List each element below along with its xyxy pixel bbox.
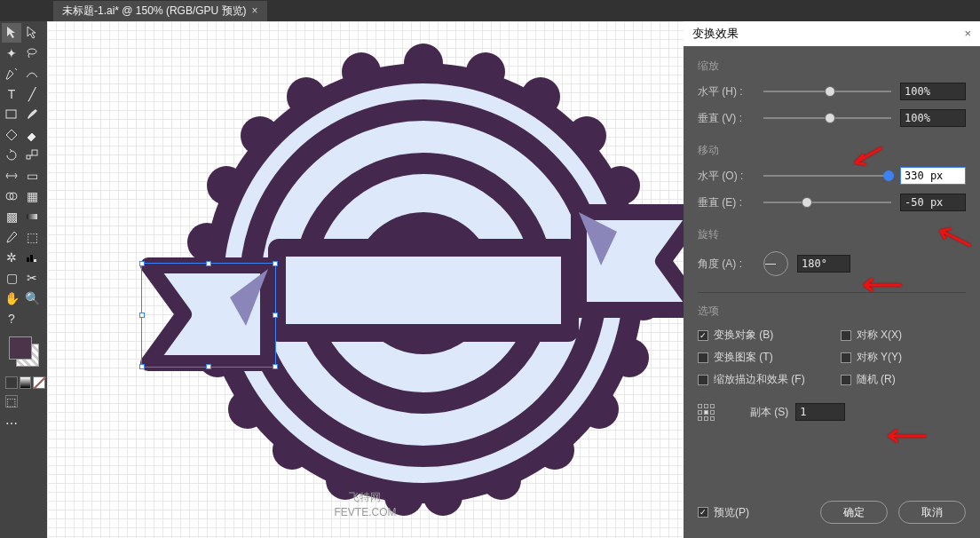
panel-title-bar: 变换效果 × (684, 21, 980, 46)
type-tool[interactable]: T (2, 84, 21, 104)
zoom-tool[interactable]: 🔍 (22, 289, 42, 308)
move-v-slider[interactable] (763, 202, 891, 203)
svg-point-25 (287, 77, 326, 116)
svg-point-27 (207, 166, 246, 205)
cb-transform-pattern[interactable] (698, 352, 708, 363)
preview-label: 预览(P) (714, 505, 749, 520)
move-h-slider[interactable] (763, 175, 891, 177)
cancel-button[interactable]: 取消 (898, 501, 966, 524)
selection-tool[interactable] (2, 23, 21, 43)
cb-transform-object[interactable] (698, 330, 708, 341)
svg-point-14 (521, 77, 560, 116)
move-v-label: 垂直 (E) : (698, 195, 755, 210)
pen-tool[interactable] (2, 64, 21, 83)
svg-point-19 (610, 338, 649, 377)
move-label: 移动 (698, 143, 966, 158)
lasso-tool[interactable] (22, 44, 42, 63)
eyedropper-tool[interactable] (2, 227, 21, 247)
width-tool[interactable] (2, 166, 21, 186)
mesh-tool[interactable]: ▩ (2, 207, 21, 226)
cb-preview[interactable] (698, 507, 708, 518)
gradient-tool[interactable] (22, 207, 42, 226)
line-tool[interactable]: ╱ (22, 84, 42, 104)
svg-point-24 (342, 52, 381, 91)
scale-v-slider[interactable] (763, 117, 891, 119)
none-mode[interactable] (33, 376, 45, 389)
fill-stroke-swatch[interactable] (9, 336, 38, 368)
shaper-tool[interactable] (2, 125, 21, 145)
unknown-tool[interactable]: ? (2, 309, 21, 328)
svg-rect-3 (32, 150, 37, 155)
copies-label: 副本 (S) (750, 405, 788, 420)
cb-mirror-x[interactable] (841, 330, 851, 341)
move-h-input[interactable] (900, 167, 966, 185)
curvature-tool[interactable] (22, 64, 42, 83)
fill-color[interactable] (9, 336, 32, 360)
cb-random[interactable] (841, 375, 851, 385)
svg-rect-8 (30, 255, 33, 262)
gradient-mode[interactable] (20, 376, 32, 389)
eraser-tool[interactable] (22, 125, 42, 145)
perspective-tool[interactable]: ▦ (22, 186, 42, 206)
scale-h-input[interactable] (900, 83, 966, 100)
watermark: 飞特网 FEVTE.COM (334, 490, 396, 520)
svg-rect-1 (6, 110, 16, 118)
close-icon[interactable]: × (964, 21, 971, 46)
rotate-label: 旋转 (698, 227, 966, 242)
free-transform-tool[interactable]: ▭ (22, 166, 42, 186)
scale-h-slider[interactable] (763, 91, 891, 92)
options-label: 选项 (698, 304, 966, 319)
panel-title-text: 变换效果 (692, 21, 739, 46)
shape-builder-tool[interactable] (2, 186, 21, 206)
scale-tool[interactable] (22, 146, 42, 165)
angle-input[interactable] (797, 255, 850, 273)
symbol-sprayer-tool[interactable]: ✲ (2, 248, 21, 267)
selection-bounds (141, 263, 276, 368)
hand-tool[interactable]: ✋ (2, 289, 21, 308)
artboard-tool[interactable]: ▢ (2, 268, 21, 288)
svg-point-26 (241, 116, 280, 155)
scale-label: 缩放 (698, 59, 966, 74)
ok-button[interactable]: 确定 (820, 501, 888, 524)
color-modes (2, 376, 49, 389)
options-section: 选项 变换对象 (B) 变换图案 (T) 缩放描边和效果 (F) 对称 X(X)… (698, 304, 966, 421)
graph-tool[interactable] (22, 248, 42, 267)
screen-modes: ⬚ (2, 395, 45, 407)
svg-rect-39 (277, 248, 570, 333)
brush-tool[interactable] (22, 105, 42, 124)
scale-h-label: 水平 (H) : (698, 84, 755, 99)
angle-dial[interactable] (763, 251, 788, 276)
blend-tool[interactable]: ⬚ (22, 227, 42, 247)
normal-screen-mode[interactable]: ⬚ (5, 395, 18, 407)
slice-tool[interactable]: ✂ (22, 268, 42, 288)
svg-point-15 (567, 116, 606, 155)
document-tab[interactable]: 未标题-1.ai* @ 150% (RGB/GPU 预览) × (53, 1, 267, 21)
cb-scale-strokes[interactable] (698, 375, 708, 385)
move-v-input[interactable] (900, 194, 966, 211)
reference-point-icon[interactable] (698, 404, 715, 421)
edit-toolbar[interactable]: ⋯ (2, 414, 21, 433)
cb-mirror-y[interactable] (841, 352, 851, 363)
direct-selection-tool[interactable] (22, 23, 42, 43)
scale-v-input[interactable] (900, 109, 966, 127)
copies-input[interactable] (795, 403, 845, 421)
rotate-section: 旋转 角度 (A) : (698, 227, 966, 276)
move-h-label: 水平 (O) : (698, 169, 755, 184)
svg-point-13 (466, 52, 505, 91)
svg-rect-6 (27, 214, 37, 219)
svg-point-12 (404, 44, 443, 83)
svg-point-16 (601, 166, 640, 205)
svg-point-28 (187, 223, 226, 262)
wand-tool[interactable]: ✦ (2, 44, 21, 63)
canvas[interactable]: 飞特网 FEVTE.COM (47, 21, 684, 538)
close-icon[interactable]: × (252, 4, 258, 17)
scale-section: 缩放 水平 (H) : 垂直 (V) : (698, 59, 966, 127)
svg-rect-2 (27, 155, 30, 159)
svg-rect-9 (34, 259, 36, 262)
rectangle-tool[interactable] (2, 105, 21, 124)
transform-effect-panel: 变换效果 × 缩放 水平 (H) : 垂直 (V) : 移动 (684, 21, 980, 538)
solid-color-mode[interactable] (5, 376, 18, 389)
angle-label: 角度 (A) : (698, 257, 755, 272)
rotate-tool[interactable] (2, 146, 21, 165)
tab-title: 未标题-1.ai* @ 150% (RGB/GPU 预览) (62, 4, 247, 19)
